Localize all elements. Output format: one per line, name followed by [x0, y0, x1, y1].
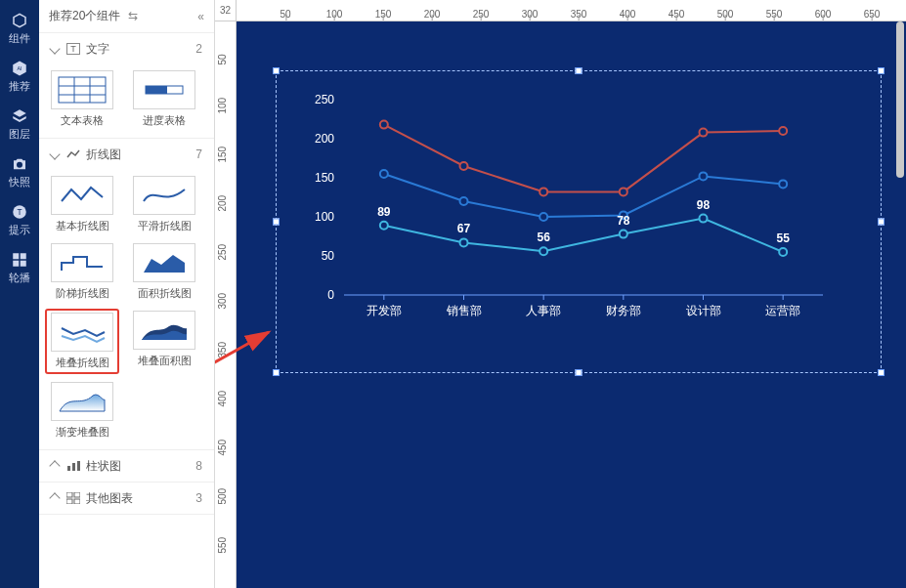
resize-handle-br[interactable]	[878, 369, 884, 376]
component-thumb-gradient-stack[interactable]: 渐变堆叠图	[47, 382, 117, 440]
x-tick-label: 财务部	[606, 304, 641, 317]
data-point	[380, 222, 388, 230]
resize-handle-tr[interactable]	[878, 67, 884, 74]
resize-handle-l[interactable]	[273, 219, 280, 226]
ruler-corner: 32	[215, 0, 237, 21]
data-point	[539, 213, 547, 221]
resize-handle-t[interactable]	[576, 67, 582, 74]
data-label: 98	[697, 198, 711, 212]
resize-handle-bl[interactable]	[273, 369, 280, 376]
svg-rect-11	[72, 463, 75, 471]
rail-item-snapshot[interactable]: 快照	[0, 149, 39, 195]
data-label: 78	[617, 214, 630, 228]
chevron-icon	[49, 148, 60, 159]
data-point	[460, 162, 468, 170]
thumb-preview	[51, 70, 113, 109]
thumb-label: 渐变堆叠图	[56, 425, 109, 440]
section-label: 文字	[86, 41, 109, 58]
ruler-v-tick: 200	[217, 195, 228, 212]
y-tick-label: 100	[315, 210, 334, 224]
x-tick-label: 运营部	[765, 304, 800, 317]
thumb-preview	[51, 313, 113, 352]
section-label: 其他图表	[86, 490, 133, 507]
resize-handle-r[interactable]	[878, 219, 884, 226]
ruler-h-tick: 200	[424, 9, 441, 20]
section-header-other[interactable]: 其他图表3	[39, 483, 214, 514]
section-header-bar[interactable]: 柱状图8	[39, 450, 214, 482]
section-count: 2	[195, 42, 202, 56]
rail-item-components[interactable]: 组件	[0, 6, 39, 52]
swap-icon[interactable]: ⇆	[128, 9, 138, 22]
data-point	[380, 170, 388, 178]
rail-label: 轮播	[9, 271, 30, 285]
data-point	[779, 127, 787, 135]
svg-rect-9	[146, 86, 167, 94]
svg-rect-13	[66, 492, 72, 497]
series-line-1	[384, 125, 783, 192]
section-header-text[interactable]: T文字2	[39, 33, 214, 64]
ruler-v-tick: 50	[217, 54, 228, 64]
ruler-h-tick: 350	[571, 9, 587, 20]
component-thumb-stack-area[interactable]: 堆叠面积图	[129, 311, 199, 372]
y-tick-label: 50	[322, 249, 335, 263]
stacked-line-chart[interactable]: 050100150200250开发部销售部人事部财务部设计部运营部8967567…	[295, 80, 842, 334]
ruler-h-tick: 50	[280, 9, 290, 20]
x-tick-label: 设计部	[686, 304, 721, 317]
resize-handle-b[interactable]	[576, 369, 582, 376]
text-circle-icon: T	[11, 203, 28, 221]
section-count: 8	[195, 459, 202, 473]
canvas-stage[interactable]: 050100150200250开发部销售部人事部财务部设计部运营部8967567…	[237, 21, 906, 588]
ruler-v-tick: 550	[217, 537, 228, 554]
ruler-v-tick: 150	[217, 147, 228, 163]
cube-icon	[11, 12, 28, 29]
thumb-preview	[133, 70, 195, 109]
thumb-label: 阶梯折线图	[56, 286, 109, 301]
ruler-h-tick: 550	[766, 9, 783, 20]
grid-icon	[11, 251, 28, 269]
rail-label: 提示	[9, 223, 30, 237]
ruler-h-tick: 450	[669, 9, 685, 20]
data-label: 55	[776, 231, 790, 245]
y-tick-label: 250	[315, 93, 334, 106]
section-count: 3	[195, 491, 202, 505]
component-thumb-progress-table[interactable]: 进度表格	[129, 70, 199, 128]
ruler-h-tick: 100	[326, 9, 343, 20]
section-text: T文字2文本表格进度表格	[39, 33, 214, 139]
data-label: 89	[377, 205, 391, 219]
ruler-h-tick: 400	[620, 9, 636, 20]
y-tick-label: 0	[327, 288, 334, 302]
component-thumb-smooth-line[interactable]: 平滑折线图	[129, 176, 199, 233]
section-header-line[interactable]: 折线图7	[39, 139, 214, 170]
x-tick-label: 销售部	[446, 304, 482, 317]
cube-ai-icon: AI	[11, 60, 28, 77]
data-point	[700, 172, 708, 180]
rail-item-tip[interactable]: T 提示	[0, 197, 39, 243]
svg-rect-16	[74, 499, 80, 504]
vertical-scrollbar[interactable]	[896, 21, 904, 586]
series-line-3	[384, 219, 783, 252]
component-thumb-text-table[interactable]: 文本表格	[47, 70, 117, 128]
collapse-panel-button[interactable]: «	[197, 10, 204, 23]
layers-icon	[11, 107, 28, 125]
rail-item-carousel[interactable]: 轮播	[0, 245, 39, 291]
rail-label: 推荐	[9, 79, 30, 94]
rail-item-recommend[interactable]: AI 推荐	[0, 54, 39, 100]
component-thumb-step-line[interactable]: 阶梯折线图	[47, 243, 117, 301]
svg-text:T: T	[17, 208, 22, 217]
svg-text:AI: AI	[18, 65, 22, 71]
section-other: 其他图表3	[39, 483, 214, 515]
thumb-label: 文本表格	[61, 113, 104, 128]
resize-handle-tl[interactable]	[273, 67, 280, 74]
data-point	[539, 247, 547, 255]
thumb-preview	[51, 382, 113, 421]
component-thumb-stack-line[interactable]: 堆叠折线图	[47, 311, 117, 372]
component-thumb-area-line[interactable]: 面积折线图	[129, 243, 199, 301]
rail-item-layers[interactable]: 图层	[0, 102, 39, 147]
y-tick-label: 150	[315, 171, 334, 185]
ruler-v-tick: 400	[217, 391, 228, 407]
ruler-vertical: 50100150200250300350400450500550	[215, 21, 237, 588]
chevron-icon	[49, 492, 60, 503]
data-point	[620, 231, 627, 238]
component-thumb-basic-line[interactable]: 基本折线图	[47, 176, 117, 233]
section-bar: 柱状图8	[39, 450, 214, 483]
